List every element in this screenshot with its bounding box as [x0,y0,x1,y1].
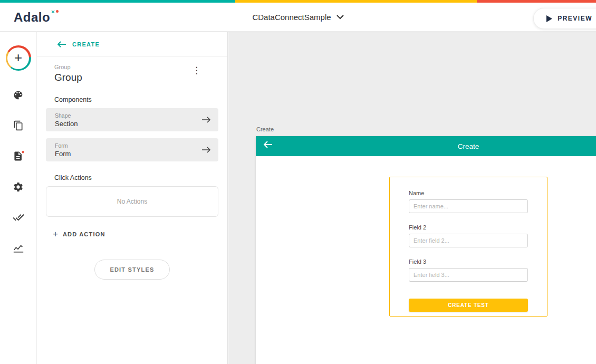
left-icon-rail: + [0,32,37,364]
field-label: Field 3 [409,258,528,265]
create-test-button[interactable]: CREATE TEST [409,299,528,312]
component-type: Form [55,142,71,149]
group-type-label: Group [54,64,82,70]
form-field: Name [409,190,528,213]
logo-dot-icon [56,10,59,13]
form-component[interactable]: Name Field 2 Field 3 CREATE TEST [389,177,547,317]
preview-label: PREVIEW [557,15,592,22]
components-section-label: Components [54,96,227,103]
back-label: CREATE [72,41,100,47]
inspector-panel: CREATE Group Group ⋮ Components Shape Se… [37,32,228,364]
form-field: Field 2 [409,224,528,247]
component-name: Section [55,120,78,128]
field2-input[interactable] [409,234,528,247]
app-switcher[interactable]: CDataConnectSample [252,13,343,22]
form-field: Field 3 [409,258,528,282]
preview-button[interactable]: PREVIEW [533,8,596,29]
plus-icon: + [14,51,22,64]
arrow-right-icon [202,147,211,153]
back-to-create-button[interactable]: CREATE [37,32,227,56]
arrow-left-icon [57,41,66,47]
group-row: Group Group ⋮ [37,56,227,83]
add-action-label: ADD ACTION [63,231,105,237]
add-action-button[interactable]: + ADD ACTION [53,229,105,238]
palette-icon [13,90,24,101]
field-label: Field 2 [409,224,528,231]
component-info: Shape Section [55,112,78,128]
edit-styles-button[interactable]: EDIT STYLES [94,260,169,280]
screen-app-bar-title: Create [256,142,596,150]
component-type: Shape [55,112,78,119]
no-actions-box: No Actions [46,186,218,217]
name-input[interactable] [409,199,528,213]
screen-name-label[interactable]: Create [256,126,274,132]
rail-item-publish[interactable] [12,211,25,224]
app-header: Adalo ✕ CDataConnectSample PREVIEW [0,3,596,32]
gear-icon [13,181,24,193]
logo-text: Adalo [14,10,50,25]
canvas[interactable]: Create Create Name Field 2 Field 3 [228,32,596,364]
screens-icon [13,150,24,162]
group-title: Group [54,72,82,83]
component-row-form[interactable]: Form Form [46,138,218,161]
click-actions-section-label: Click Actions [54,174,227,181]
component-name: Form [55,150,71,158]
double-check-icon [13,212,24,223]
group-info: Group Group [54,64,82,83]
adalo-logo[interactable]: Adalo ✕ [14,10,57,25]
copy-icon [13,120,24,131]
rail-item-screens[interactable] [12,150,25,162]
component-info: Form Form [55,142,71,158]
play-icon [546,15,552,22]
analytics-icon [13,242,24,254]
logo-sparkle-icon: ✕ [51,9,55,15]
field-label: Name [409,190,528,196]
more-options-icon[interactable]: ⋮ [189,64,204,77]
field3-input[interactable] [409,268,528,282]
screen-body: Name Field 2 Field 3 CREATE TEST [256,156,596,364]
plus-icon: + [53,229,58,238]
arrow-right-icon [202,117,211,123]
rail-item-analytics[interactable] [12,242,25,254]
screen-app-bar[interactable]: Create [256,136,596,156]
back-arrow-icon[interactable] [263,141,272,148]
add-component-button[interactable]: + [6,45,31,71]
no-actions-label: No Actions [117,198,147,205]
screen-create-preview[interactable]: Create Name Field 2 Field 3 CREATE TEST [256,136,596,364]
chevron-down-icon [337,15,344,20]
rail-item-settings[interactable] [12,180,25,193]
component-row-section[interactable]: Shape Section [46,108,218,131]
plus-inner-circle: + [7,47,29,69]
app-title: CDataConnectSample [252,13,331,22]
rail-item-branding[interactable] [12,89,25,101]
rail-item-copy[interactable] [12,119,25,132]
